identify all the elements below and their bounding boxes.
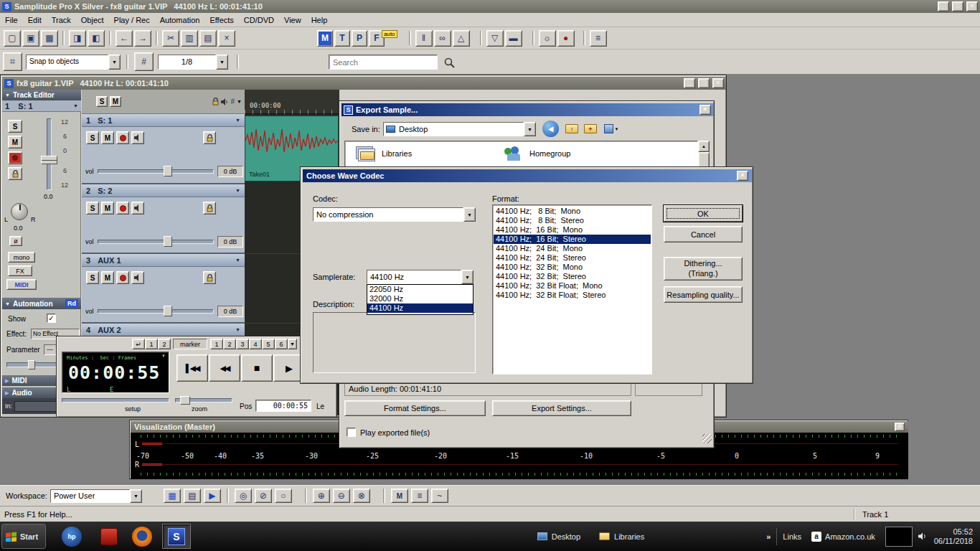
- restore-button[interactable]: □: [952, 1, 963, 11]
- range-icon[interactable]: ▬: [505, 30, 522, 47]
- mono-button[interactable]: mono: [8, 252, 35, 263]
- views-icon[interactable]: ▼: [600, 122, 622, 136]
- track-editor-header[interactable]: ▼ Track Editor: [2, 90, 81, 100]
- menu-view[interactable]: View: [279, 14, 306, 27]
- track-solo-button[interactable]: S: [86, 202, 99, 215]
- automation-read-badge[interactable]: Rd: [65, 299, 78, 308]
- chevron-down-icon[interactable]: ▼: [108, 55, 121, 70]
- track-monitor-icon[interactable]: [131, 131, 144, 144]
- menu-file[interactable]: File: [0, 14, 23, 27]
- menu-edit[interactable]: Edit: [23, 14, 47, 27]
- project-restore-button[interactable]: □: [698, 78, 710, 88]
- wave-editor-icon[interactable]: ~: [431, 489, 448, 503]
- range-1-button[interactable]: 1: [145, 339, 158, 349]
- mixer-window-icon[interactable]: ▤: [184, 489, 201, 503]
- time-mode-select-icon[interactable]: ▼: [161, 354, 166, 358]
- bar-button[interactable]: 1: [210, 339, 223, 349]
- save-project-icon[interactable]: ▦: [41, 30, 58, 47]
- minimize-button[interactable]: _: [938, 1, 949, 11]
- links-toolbar-label[interactable]: Links: [783, 532, 801, 541]
- transport-window[interactable]: ↵ 1 2 marker 1 2 3 4 5 6 ▼ Minutes : Sec…: [56, 336, 337, 418]
- chevron-down-icon[interactable]: ▼: [235, 188, 240, 193]
- codec-dialog-close-button[interactable]: ×: [737, 171, 748, 181]
- search-input[interactable]: [329, 55, 438, 70]
- quickplay-icon[interactable]: [100, 528, 118, 545]
- track-lock-icon[interactable]: [203, 271, 216, 284]
- track-record-button[interactable]: [116, 271, 129, 284]
- menu-cddvd[interactable]: CD/DVD: [239, 14, 279, 27]
- up-folder-icon[interactable]: ↑: [563, 122, 580, 136]
- samplerate-dropdown[interactable]: 22050 Hz 32000 Hz 44100 Hz: [367, 284, 473, 315]
- speaker-tray-icon[interactable]: [918, 532, 927, 540]
- main-titlebar[interactable]: S Samplitude Pro X Silver - fx8 guitar 1…: [0, 0, 980, 13]
- project-titlebar[interactable]: S fx8 guitar 1.VIP 44100 Hz L: 00:01:41:…: [2, 77, 726, 90]
- zoom-slider-thumb[interactable]: [180, 396, 190, 405]
- import-audio-icon[interactable]: ◨: [69, 30, 86, 47]
- chevron-more-icon[interactable]: »: [766, 532, 771, 541]
- menu-icon[interactable]: ≡: [590, 30, 607, 47]
- snap-icon[interactable]: ⌗: [3, 52, 22, 71]
- link-mode-icon[interactable]: ○: [275, 489, 292, 503]
- format-option[interactable]: 44100 Hz; 8 Bit; Mono: [494, 207, 651, 216]
- lock-icon[interactable]: [212, 98, 219, 105]
- export-dialog-titlebar[interactable]: S Export Sample... ×: [341, 103, 713, 116]
- chevron-down-icon[interactable]: ▼: [73, 103, 78, 108]
- chevron-down-icon[interactable]: ▼: [524, 122, 536, 136]
- editor-lock-icon[interactable]: [8, 167, 22, 180]
- track-volume-slider[interactable]: [98, 169, 214, 174]
- export-audio-icon[interactable]: ◧: [88, 30, 105, 47]
- start-button[interactable]: Start: [1, 524, 46, 549]
- format-option[interactable]: 44100 Hz; 32 Bit Float; Stereo: [494, 291, 651, 300]
- paste-icon[interactable]: ▤: [199, 30, 217, 47]
- volume-fader-thumb[interactable]: [41, 156, 57, 164]
- visualization-close-button[interactable]: ×: [895, 423, 905, 431]
- menu-track[interactable]: Track: [47, 14, 76, 27]
- track-mute-button[interactable]: M: [101, 271, 114, 284]
- track-volume-slider[interactable]: [98, 309, 214, 314]
- cancel-button[interactable]: Cancel: [664, 226, 743, 242]
- close-button[interactable]: ×: [966, 1, 978, 11]
- chevron-down-icon[interactable]: ▼: [130, 489, 142, 503]
- all-solo-button[interactable]: S: [96, 96, 108, 107]
- resampling-quality-button[interactable]: Resampling quality...: [664, 286, 743, 303]
- samplerate-option[interactable]: 22050 Hz: [367, 285, 473, 294]
- track-mute-button[interactable]: M: [101, 202, 114, 215]
- cut-icon[interactable]: ✂: [162, 30, 179, 47]
- bar-button[interactable]: 5: [262, 339, 275, 349]
- track-monitor-icon[interactable]: [131, 202, 144, 215]
- bar-button[interactable]: 4: [249, 339, 262, 349]
- mouse-mode-m-button[interactable]: M: [317, 30, 333, 47]
- all-mute-button[interactable]: M: [110, 96, 121, 107]
- editor-solo-button[interactable]: S: [8, 120, 22, 133]
- format-option[interactable]: 44100 Hz; 32 Bit; Stereo: [494, 272, 651, 281]
- vip-window-icon[interactable]: ▦: [164, 489, 181, 503]
- volume-fader-track[interactable]: [47, 118, 52, 190]
- chevron-down-icon[interactable]: ▼: [237, 99, 242, 104]
- object-mode-icon[interactable]: ◎: [235, 489, 252, 503]
- export-settings-button[interactable]: Export Settings...: [492, 400, 631, 416]
- bar-button[interactable]: 6: [275, 339, 288, 349]
- grid-icon[interactable]: #: [231, 98, 235, 105]
- track-volume-thumb[interactable]: [164, 166, 172, 176]
- track-mute-button[interactable]: M: [101, 131, 114, 144]
- range-return-button[interactable]: ↵: [132, 339, 145, 349]
- preview-tile[interactable]: [885, 527, 913, 547]
- track-lock-icon[interactable]: [203, 202, 216, 215]
- track-record-button[interactable]: [116, 131, 129, 144]
- codec-dialog-titlebar[interactable]: Choose Wave Codec ×: [303, 169, 752, 182]
- editor-record-button[interactable]: [8, 151, 22, 164]
- list-item[interactable]: Libraries: [354, 145, 412, 162]
- auto-badge[interactable]: auto: [382, 30, 397, 38]
- desktop-toolbar-label[interactable]: Desktop: [552, 532, 580, 541]
- new-folder-icon[interactable]: +: [582, 122, 599, 136]
- taskbar-clock[interactable]: 05:52 06/11/2018: [934, 527, 973, 546]
- marker-field[interactable]: marker: [173, 339, 207, 349]
- menu-play-rec[interactable]: Play / Rec: [109, 14, 155, 27]
- mouse-mode-t-button[interactable]: T: [334, 30, 350, 47]
- settings-icon[interactable]: ☼: [539, 30, 556, 47]
- range-2-button[interactable]: 2: [158, 339, 171, 349]
- grid-icon[interactable]: #: [134, 52, 154, 71]
- zoom-range-icon[interactable]: ⊗: [353, 489, 370, 503]
- firefox-icon[interactable]: [132, 527, 152, 547]
- export-dialog-close-button[interactable]: ×: [699, 105, 711, 115]
